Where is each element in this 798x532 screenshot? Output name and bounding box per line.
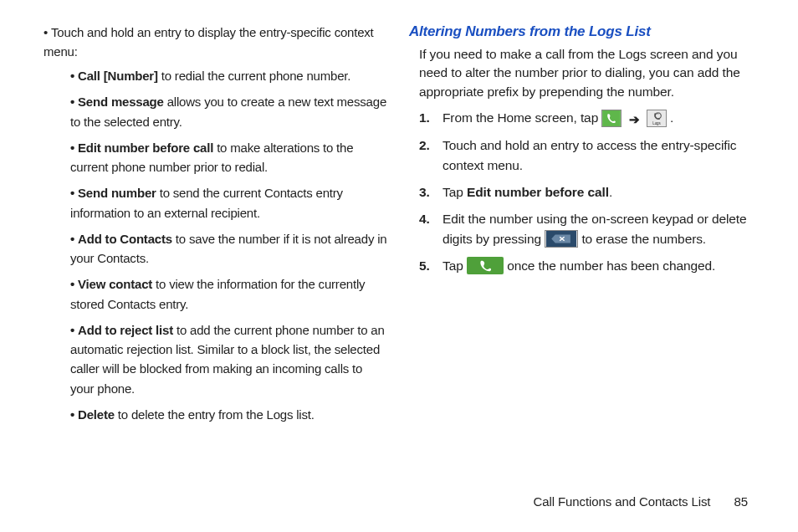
list-item: •Add to Contacts to save the number if i…	[70, 229, 389, 269]
step-text: Tap	[442, 258, 467, 273]
list-item: •Send number to send the current Contact…	[70, 183, 389, 223]
list-item: •View contact to view the information fo…	[70, 274, 389, 314]
bullet-icon: •	[70, 277, 74, 291]
step-item: Tap Edit number before call.	[419, 182, 755, 202]
bullet-icon: •	[70, 407, 74, 422]
bullet-icon: •	[70, 323, 74, 337]
manual-page: •Touch and hold an entry to display the …	[0, 0, 798, 532]
arrow-icon: ➔	[626, 110, 643, 129]
phone-app-icon	[601, 110, 622, 127]
list-item: •Edit number before call to make alterat…	[70, 138, 389, 177]
bullet-icon: •	[70, 69, 74, 83]
bullet-icon: •	[70, 95, 74, 109]
list-item: •Add to reject list to add the current p…	[70, 320, 389, 398]
footer-section: Call Functions and Contacts List	[534, 494, 711, 509]
list-item: •Call [Number] to redial the current pho…	[70, 66, 389, 85]
term: Edit number before call	[78, 141, 213, 155]
step-item: Tap once the number has been changed.	[419, 256, 755, 276]
desc: to delete the entry from the Logs list.	[115, 407, 315, 422]
list-item: •Delete to delete the entry from the Log…	[70, 405, 389, 424]
step-bold: Edit number before call	[467, 185, 609, 199]
list-item: •Send message allows you to create a new…	[70, 92, 389, 131]
term: Send number	[78, 186, 156, 200]
step-text: .	[670, 110, 673, 125]
bullet-icon: •	[70, 141, 74, 155]
bullet-icon: •	[70, 186, 74, 200]
backspace-key-icon	[545, 230, 578, 248]
svg-rect-4	[467, 257, 504, 274]
term: Send message	[78, 95, 164, 109]
bullet-icon: •	[43, 25, 48, 39]
step-text: once the number has been changed.	[507, 258, 715, 273]
step-text: Touch and hold an entry to access the en…	[442, 138, 737, 172]
intro-text: Touch and hold an entry to display the e…	[43, 25, 374, 59]
svg-text:Logs: Logs	[652, 121, 661, 125]
step-text: Tap	[442, 185, 467, 199]
section-body: If you need to make a call from the Logs…	[419, 45, 755, 101]
term: Add to Contacts	[78, 232, 172, 246]
step-item: Edit the number using the on-screen keyp…	[419, 209, 755, 249]
section-title: Altering Numbers from the Logs List	[409, 23, 755, 40]
svg-rect-0	[603, 110, 622, 126]
step-item: From the Home screen, tap ➔ Logs .	[419, 108, 755, 129]
bullet-icon: •	[70, 232, 74, 246]
steps-list: From the Home screen, tap ➔ Logs . Touch…	[419, 108, 755, 276]
term: View contact	[78, 277, 152, 291]
right-column: Altering Numbers from the Logs List If y…	[399, 23, 765, 515]
page-number: 85	[734, 494, 749, 509]
page-footer: Call Functions and Contacts List 85	[534, 494, 748, 509]
step-item: Touch and hold an entry to access the en…	[419, 136, 755, 176]
left-column: •Touch and hold an entry to display the …	[33, 23, 399, 515]
term: Call [Number]	[78, 69, 158, 83]
term: Add to reject list	[78, 323, 173, 337]
step-text: From the Home screen, tap	[442, 110, 601, 125]
logs-tab-icon: Logs	[647, 110, 667, 127]
step-text: to erase the numbers.	[581, 232, 706, 246]
context-menu-list: •Call [Number] to redial the current pho…	[70, 66, 389, 424]
step-text: .	[609, 185, 612, 199]
desc: to redial the current phone number.	[158, 69, 350, 83]
call-button-icon	[467, 257, 504, 274]
term: Delete	[78, 407, 115, 422]
left-intro: •Touch and hold an entry to display the …	[43, 23, 389, 61]
